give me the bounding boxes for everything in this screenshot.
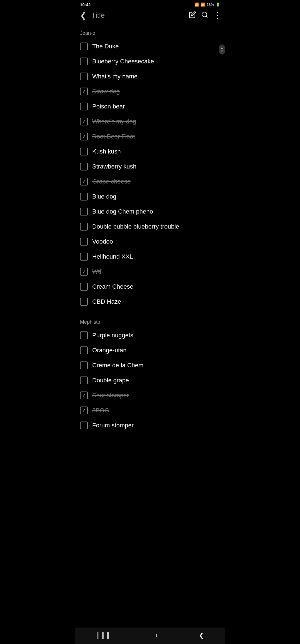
top-bar-icons: ⋮	[189, 11, 221, 20]
item-label-wtf: Wtf	[92, 268, 101, 275]
checkbox-double-bubble[interactable]	[80, 223, 88, 231]
checkbox-the-duke[interactable]	[80, 43, 88, 50]
checkbox-blueberry-cheesecake[interactable]	[80, 58, 88, 65]
checkbox-blue-dog-chem-pheno[interactable]	[80, 208, 88, 216]
svg-point-0	[202, 12, 207, 17]
checkbox-cream-cheese[interactable]	[80, 283, 88, 291]
status-time: 10:42	[80, 2, 91, 7]
checkbox-cbd-haze[interactable]	[80, 298, 88, 306]
list-item-3bog: 3BOG	[75, 403, 225, 418]
page-title: Title	[91, 11, 186, 20]
list-item-poison-bear: Poison bear	[75, 99, 225, 114]
checkbox-3bog[interactable]	[80, 407, 88, 414]
item-label-forum-stomper: Forum stomper	[92, 422, 134, 429]
checkbox-kush-kush[interactable]	[80, 148, 88, 155]
item-label-strawberry-kush: Strawberry kush	[92, 163, 136, 170]
item-label-grape-cheese: Grape cheese	[92, 178, 131, 185]
status-right: 📶 📶 18% 🔋	[194, 3, 220, 7]
list-item-kush-kush: Kush kush	[75, 144, 225, 159]
checkbox-sour-stomper[interactable]	[80, 392, 88, 399]
list-item-orange-utan: Orange-utan	[75, 343, 225, 358]
checkbox-wheres-my-dog[interactable]	[80, 118, 88, 125]
checkbox-straw-dog[interactable]	[80, 88, 88, 95]
wifi-icon: 📶	[194, 3, 199, 7]
edit-icon[interactable]	[189, 11, 196, 20]
home-button[interactable]: □	[153, 632, 157, 639]
item-label-cream-cheese: Cream Cheese	[92, 283, 133, 290]
battery-text: 18%	[207, 3, 214, 7]
item-label-whats-my-name: What's my name	[92, 73, 138, 80]
item-label-root-beer-float: Root Beer Float	[92, 133, 135, 140]
list-item-blue-dog-chem-pheno: Blue dog Chem pheno	[75, 204, 225, 219]
list-item-double-grape: Double grape	[75, 373, 225, 388]
checkbox-poison-bear[interactable]	[80, 103, 88, 110]
item-label-blue-dog-chem-pheno: Blue dog Chem pheno	[92, 208, 153, 215]
section-jean-o: Jean-oThe DukeBlueberry CheesecakeWhat's…	[75, 28, 225, 309]
list-item-cbd-haze: CBD Haze	[75, 294, 225, 309]
item-label-straw-dog: Straw dog	[92, 88, 120, 95]
main-content: Jean-oThe DukeBlueberry CheesecakeWhat's…	[75, 24, 225, 433]
list-item-strawberry-kush: Strawberry kush	[75, 159, 225, 174]
item-label-cbd-haze: CBD Haze	[92, 298, 121, 305]
section-label-mephisto: Mephisto	[75, 317, 225, 328]
list-item-blue-dog: Blue dog	[75, 189, 225, 204]
list-item-root-beer-float: Root Beer Float	[75, 129, 225, 144]
section-mephisto: MephistoPurple nuggetsOrange-utanCreme d…	[75, 309, 225, 433]
item-label-voodoo: Voodoo	[92, 238, 113, 245]
checkbox-strawberry-kush[interactable]	[80, 163, 88, 170]
item-label-orange-utan: Orange-utan	[92, 347, 127, 354]
more-icon[interactable]: ⋮	[213, 12, 221, 19]
back-button[interactable]: ❮	[78, 10, 89, 21]
section-label-jean-o: Jean-o	[75, 28, 225, 39]
svg-line-1	[206, 16, 208, 18]
status-bar: 10:42 📶 📶 18% 🔋	[75, 0, 225, 8]
item-label-poison-bear: Poison bear	[92, 103, 125, 110]
list-item-hellhound-xxl: Hellhound XXL	[75, 249, 225, 264]
list-item-cream-cheese: Cream Cheese	[75, 279, 225, 294]
list-item-double-bubble: Double bubble blueberry trouble	[75, 219, 225, 234]
item-label-3bog: 3BOG	[92, 407, 109, 414]
item-label-double-grape: Double grape	[92, 377, 129, 384]
checkbox-hellhound-xxl[interactable]	[80, 253, 88, 261]
item-label-blueberry-cheesecake: Blueberry Cheesecake	[92, 58, 154, 65]
battery-icon: 🔋	[216, 3, 220, 7]
checkbox-purple-nuggets[interactable]	[80, 331, 88, 339]
list-item-grape-cheese: Grape cheese	[75, 174, 225, 189]
item-label-blue-dog: Blue dog	[92, 193, 116, 200]
checkbox-creme-de-la-chem[interactable]	[80, 361, 88, 369]
item-label-double-bubble: Double bubble blueberry trouble	[92, 223, 179, 230]
signal-icon: 📶	[201, 3, 205, 7]
item-label-sour-stomper: Sour stomper	[92, 392, 129, 399]
item-label-hellhound-xxl: Hellhound XXL	[92, 253, 133, 260]
list-item-creme-de-la-chem: Creme de la Chem	[75, 358, 225, 373]
back-button-nav[interactable]: ❮	[199, 632, 204, 639]
checkbox-voodoo[interactable]	[80, 238, 88, 246]
checkbox-orange-utan[interactable]	[80, 346, 88, 354]
list-item-whats-my-name: What's my name	[75, 69, 225, 84]
checkbox-forum-stomper[interactable]	[80, 422, 88, 429]
top-bar: ❮ Title ⋮	[75, 8, 225, 24]
list-item-wheres-my-dog: Where's my dog	[75, 114, 225, 129]
bottom-nav: ║║║ □ ❮	[75, 628, 225, 644]
item-label-creme-de-la-chem: Creme de la Chem	[92, 362, 144, 369]
list-item-sour-stomper: Sour stomper	[75, 388, 225, 403]
item-label-purple-nuggets: Purple nuggets	[92, 332, 133, 339]
item-label-wheres-my-dog: Where's my dog	[92, 118, 136, 125]
checkbox-double-grape[interactable]	[80, 377, 88, 384]
item-label-the-duke: The Duke	[92, 43, 119, 50]
list-item-wtf: Wtf	[75, 264, 225, 279]
search-icon[interactable]	[201, 11, 208, 20]
list-item-blueberry-cheesecake: Blueberry Cheesecake	[75, 54, 225, 69]
list-item-forum-stomper: Forum stomper	[75, 418, 225, 433]
recent-apps-button[interactable]: ║║║	[96, 632, 111, 639]
list-item-purple-nuggets: Purple nuggets	[75, 328, 225, 343]
checkbox-grape-cheese[interactable]	[80, 178, 88, 185]
checkbox-blue-dog[interactable]	[80, 193, 88, 200]
list-item-voodoo: Voodoo	[75, 234, 225, 249]
checkbox-whats-my-name[interactable]	[80, 73, 88, 80]
list-item-the-duke: The Duke	[75, 39, 225, 54]
checkbox-root-beer-float[interactable]	[80, 133, 88, 140]
item-label-kush-kush: Kush kush	[92, 148, 121, 155]
list-item-straw-dog: Straw dog	[75, 84, 225, 99]
checkbox-wtf[interactable]	[80, 268, 88, 276]
